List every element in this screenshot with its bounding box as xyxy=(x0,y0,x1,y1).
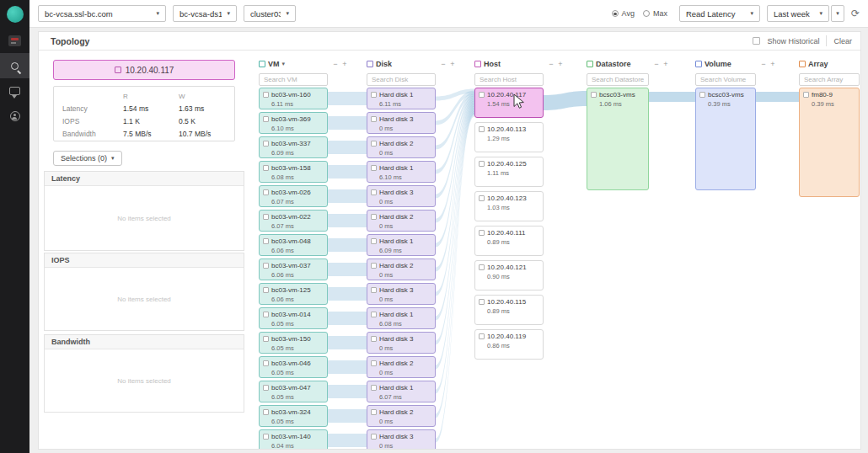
node-checkbox[interactable] xyxy=(263,360,269,366)
search-disk-input[interactable] xyxy=(367,73,436,86)
vm-node[interactable]: bc03-vm-0266.07 ms xyxy=(259,185,328,207)
volume-node[interactable]: bcsc03-vms0.39 ms xyxy=(695,88,756,190)
node-checkbox[interactable] xyxy=(371,238,377,244)
show-historical-checkbox[interactable] xyxy=(753,37,760,45)
vm-node[interactable]: bc03-vm-1606.11 ms xyxy=(259,88,328,109)
disk-node[interactable]: Hard disk 30 ms xyxy=(367,185,436,207)
node-checkbox[interactable] xyxy=(371,214,377,220)
expand-column-button[interactable]: + xyxy=(662,60,669,68)
disk-node[interactable]: Hard disk 20 ms xyxy=(367,356,436,378)
search-array-input[interactable] xyxy=(799,73,860,86)
node-checkbox[interactable] xyxy=(371,312,377,317)
vm-node[interactable]: bc03-vm-3376.09 ms xyxy=(259,136,328,158)
node-checkbox[interactable] xyxy=(263,116,269,122)
disk-node[interactable]: Hard disk 16.10 ms xyxy=(367,161,436,183)
search-volume-input[interactable] xyxy=(695,73,756,86)
column-label-array[interactable]: Array xyxy=(808,60,828,68)
expand-column-button[interactable]: + xyxy=(449,60,456,68)
selected-host-chip[interactable]: 10.20.40.117 xyxy=(53,60,235,80)
collapse-column-button[interactable]: − xyxy=(440,60,447,68)
node-checkbox[interactable] xyxy=(263,189,269,195)
node-checkbox[interactable] xyxy=(591,92,597,98)
node-checkbox[interactable] xyxy=(263,336,269,342)
node-checkbox[interactable] xyxy=(263,434,269,440)
disk-node[interactable]: Hard disk 16.09 ms xyxy=(367,234,436,256)
disk-node[interactable]: Hard disk 20 ms xyxy=(367,405,436,427)
node-checkbox[interactable] xyxy=(263,214,269,220)
node-checkbox[interactable] xyxy=(371,409,377,415)
sidebar-item-messages[interactable] xyxy=(0,78,29,104)
vm-node[interactable]: bc03-vm-0226.07 ms xyxy=(259,210,328,232)
node-checkbox[interactable] xyxy=(263,141,269,147)
node-checkbox[interactable] xyxy=(263,165,269,171)
node-checkbox[interactable] xyxy=(371,189,377,195)
search-vm-input[interactable] xyxy=(259,73,328,86)
disk-node[interactable]: Hard disk 16.07 ms xyxy=(367,381,436,402)
column-label-datastore[interactable]: Datastore xyxy=(596,60,631,68)
expand-column-button[interactable]: + xyxy=(769,60,776,68)
search-datastore-input[interactable] xyxy=(587,73,649,86)
host-node[interactable]: 10.20.40.1171.54 ms xyxy=(474,88,544,118)
disk-node[interactable]: Hard disk 20 ms xyxy=(367,210,436,232)
vm-node[interactable]: bc03-vm-0466.05 ms xyxy=(259,356,328,378)
node-checkbox[interactable] xyxy=(263,409,269,415)
host-node[interactable]: 10.20.40.1131.29 ms xyxy=(474,122,544,152)
collapse-column-button[interactable]: − xyxy=(653,60,660,68)
node-checkbox[interactable] xyxy=(479,161,485,167)
sidebar-item-explore[interactable] xyxy=(0,53,29,78)
node-checkbox[interactable] xyxy=(263,287,269,293)
node-checkbox[interactable] xyxy=(263,312,269,317)
vm-node[interactable]: bc03-vm-1256.06 ms xyxy=(259,283,328,305)
node-checkbox[interactable] xyxy=(263,238,269,244)
node-checkbox[interactable] xyxy=(263,92,269,98)
node-checkbox[interactable] xyxy=(371,141,377,147)
column-label-disk[interactable]: Disk xyxy=(376,60,392,68)
host-node[interactable]: 10.20.40.1110.89 ms xyxy=(474,226,544,256)
vm-node[interactable]: bc03-vm-3696.10 ms xyxy=(259,112,328,134)
clear-button[interactable]: Clear xyxy=(833,37,852,45)
chevron-down-icon[interactable]: ▾ xyxy=(282,61,286,67)
column-label-volume[interactable]: Volume xyxy=(705,60,731,68)
vm-node[interactable]: bc03-vm-1506.05 ms xyxy=(259,332,328,354)
node-checkbox[interactable] xyxy=(479,264,485,270)
column-label-vm[interactable]: VM xyxy=(268,60,280,68)
node-checkbox[interactable] xyxy=(479,126,485,132)
host-node[interactable]: 10.20.40.1231.03 ms xyxy=(474,191,544,221)
node-checkbox[interactable] xyxy=(371,434,377,440)
array-node[interactable]: fm80-90.39 ms xyxy=(799,88,860,197)
disk-node[interactable]: Hard disk 16.08 ms xyxy=(367,307,436,329)
vm-node[interactable]: bc03-vm-1406.04 ms xyxy=(259,429,328,449)
expand-column-button[interactable]: + xyxy=(341,60,348,68)
max-radio[interactable] xyxy=(643,10,650,17)
search-host-input[interactable] xyxy=(474,73,544,86)
disk-node[interactable]: Hard disk 16.11 ms xyxy=(367,88,436,109)
vm-node[interactable]: bc03-vm-3246.05 ms xyxy=(259,405,328,427)
host-node[interactable]: 10.20.40.1251.11 ms xyxy=(474,157,544,187)
node-checkbox[interactable] xyxy=(699,92,705,98)
disk-node[interactable]: Hard disk 30 ms xyxy=(367,332,436,354)
node-checkbox[interactable] xyxy=(371,92,377,98)
node-checkbox[interactable] xyxy=(371,165,377,171)
collapse-column-button[interactable]: − xyxy=(332,60,339,68)
node-checkbox[interactable] xyxy=(371,336,377,342)
node-checkbox[interactable] xyxy=(371,360,377,366)
node-checkbox[interactable] xyxy=(479,299,485,305)
vm-node[interactable]: bc03-vm-0146.05 ms xyxy=(259,307,328,329)
time-range-expand-button[interactable]: ▾ xyxy=(831,5,844,22)
disk-node[interactable]: Hard disk 20 ms xyxy=(367,258,436,280)
vm-node[interactable]: bc03-vm-0376.06 ms xyxy=(259,258,328,280)
node-checkbox[interactable] xyxy=(263,385,269,391)
node-checkbox[interactable] xyxy=(479,333,485,339)
column-label-host[interactable]: Host xyxy=(484,60,501,68)
node-checkbox[interactable] xyxy=(371,263,377,269)
datacenter-select[interactable]: bc-vcsa-ds1 ▾ xyxy=(173,5,237,22)
avg-radio[interactable] xyxy=(612,10,619,17)
node-checkbox[interactable] xyxy=(803,92,809,98)
host-node[interactable]: 10.20.40.1210.90 ms xyxy=(474,260,544,290)
sidebar-item-dashboard[interactable] xyxy=(0,28,29,53)
time-range-select[interactable]: Last week ▾ xyxy=(767,5,829,22)
cluster-select[interactable]: cluster03 ▾ xyxy=(244,5,296,22)
vm-node[interactable]: bc03-vm-0476.05 ms xyxy=(259,381,328,402)
node-checkbox[interactable] xyxy=(371,287,377,293)
refresh-icon[interactable]: ⟳ xyxy=(851,8,860,19)
